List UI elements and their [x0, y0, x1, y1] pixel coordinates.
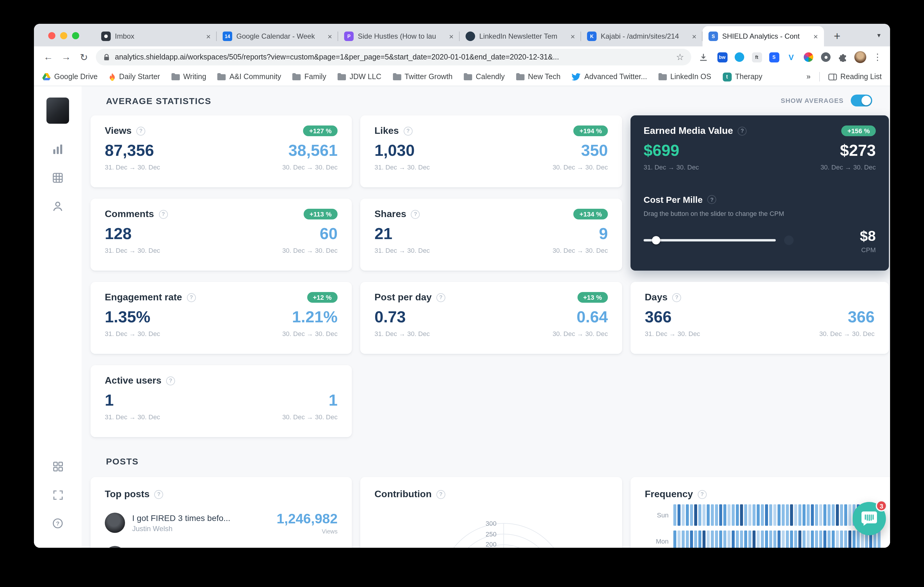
browser-tab-google-calendar[interactable]: 14 Google Calendar - Week ×	[217, 26, 338, 46]
apps-grid-icon[interactable]	[46, 455, 69, 478]
date-range-average: 30. Dec → 30. Dec	[819, 330, 874, 337]
folder-icon	[393, 73, 401, 80]
tab-strip: Imbox × 14 Google Calendar - Week × P Si…	[34, 24, 890, 46]
bookmark-writing[interactable]: Writing	[171, 72, 206, 81]
new-tab-button[interactable]: +	[829, 28, 845, 44]
blue-circle-extension-icon[interactable]	[733, 51, 746, 64]
tab-close-icon[interactable]: ×	[811, 32, 820, 41]
tooltip-help-icon[interactable]: ?	[436, 490, 446, 499]
tab-label: SHIELD Analytics - Cont	[722, 32, 807, 40]
pinwheel-extension-icon[interactable]	[802, 51, 815, 64]
bookmark-daily-starter[interactable]: Daily Starter	[109, 72, 160, 81]
fullscreen-expand-icon[interactable]	[46, 483, 69, 506]
cpm-slider-handle[interactable]	[652, 236, 660, 245]
download-icon[interactable]	[695, 49, 711, 66]
tooltip-help-icon[interactable]: ?	[672, 293, 681, 302]
tooltip-help-icon[interactable]: ?	[436, 293, 446, 302]
profile-avatar[interactable]	[854, 51, 867, 64]
notification-badge: 3	[876, 500, 887, 511]
profile-nav-icon[interactable]	[46, 195, 69, 218]
date-range: 31. Dec → 30. Dec	[645, 330, 700, 337]
tooltip-help-icon[interactable]: ?	[155, 490, 163, 499]
tab-label: LinkedIn Newsletter Tem	[479, 32, 564, 40]
minimize-window-button[interactable]	[60, 32, 67, 39]
tab-close-icon[interactable]: ×	[204, 32, 213, 41]
help-icon[interactable]: ?	[46, 512, 69, 534]
tooltip-help-icon[interactable]: ?	[166, 376, 175, 385]
tooltip-help-icon[interactable]: ?	[158, 210, 168, 219]
tooltip-help-icon[interactable]: ?	[136, 127, 145, 135]
zoom-window-button[interactable]	[72, 32, 79, 39]
tooltip-help-icon[interactable]: ?	[698, 490, 707, 499]
back-icon[interactable]: ←	[40, 49, 56, 66]
google-drive-icon	[42, 73, 51, 80]
change-badge: +127 %	[304, 125, 338, 136]
forward-icon[interactable]: →	[58, 49, 74, 66]
tooltip-help-icon[interactable]: ?	[738, 127, 747, 135]
reload-icon[interactable]: ↻	[76, 49, 92, 66]
top-post-row[interactable]: 993,733	[105, 546, 338, 548]
table-nav-icon[interactable]	[46, 166, 69, 189]
workspace-avatar[interactable]	[46, 97, 69, 124]
bookmark-therapy[interactable]: t Therapy	[723, 72, 762, 81]
ft-extension-icon[interactable]: ft	[750, 51, 763, 64]
close-window-button[interactable]	[48, 32, 55, 39]
bookmarks-overflow-chevron[interactable]: »	[807, 72, 810, 81]
tooltip-help-icon[interactable]: ?	[404, 127, 412, 135]
cpm-unit: CPM	[860, 246, 876, 253]
gray-circle-extension-icon[interactable]	[819, 51, 832, 64]
posts-section-header: POSTS	[106, 456, 889, 467]
cpm-slider[interactable]	[644, 239, 776, 242]
browser-tab-imbox[interactable]: Imbox ×	[95, 26, 217, 46]
bitwarden-extension-icon[interactable]: bw	[716, 51, 729, 64]
tooltip-help-icon[interactable]: ?	[187, 293, 196, 302]
tab-close-icon[interactable]: ×	[568, 32, 578, 41]
radar-tick-label: 250	[485, 531, 497, 538]
show-averages-toggle[interactable]	[851, 95, 872, 107]
folder-icon	[338, 73, 346, 80]
bookmark-star-icon[interactable]: ☆	[676, 52, 684, 62]
tooltip-help-icon[interactable]: ?	[707, 195, 716, 204]
bookmark-linkedin-os[interactable]: LinkedIn OS	[658, 72, 711, 81]
browser-tab-kajabi[interactable]: K Kajabi - /admin/sites/214 ×	[581, 26, 703, 46]
tab-close-icon[interactable]: ×	[690, 32, 699, 41]
bookmark-family[interactable]: Family	[293, 72, 327, 81]
tab-close-icon[interactable]: ×	[447, 32, 456, 41]
tab-close-icon[interactable]: ×	[325, 32, 335, 41]
bookmark-google-drive[interactable]: Google Drive	[42, 72, 97, 81]
bookmark-ai-community[interactable]: A&I Community	[218, 72, 281, 81]
bookmark-twitter-growth[interactable]: Twitter Growth	[393, 72, 452, 81]
card-title: Contribution	[375, 489, 432, 500]
bookmark-calendly[interactable]: Calendly	[464, 72, 505, 81]
extensions-puzzle-icon[interactable]	[837, 51, 850, 64]
chrome-menu-icon[interactable]: ⋮	[871, 51, 884, 64]
browser-tab-shield-analytics-active[interactable]: S SHIELD Analytics - Cont ×	[703, 26, 824, 46]
change-badge: +134 %	[574, 209, 608, 219]
bar-chart-nav-icon[interactable]	[46, 138, 69, 161]
cpm-slider-ghost-dot	[784, 235, 794, 245]
reading-list-button[interactable]: Reading List	[828, 72, 882, 81]
address-bar[interactable]: analytics.shieldapp.ai/workspaces/505/re…	[96, 49, 691, 66]
frequency-row-sun: Sun	[645, 504, 881, 526]
browser-tab-linkedin-newsletter[interactable]: LinkedIn Newsletter Tem ×	[460, 26, 581, 46]
tab-search-chevron-icon[interactable]: ▾	[877, 31, 881, 39]
intercom-chat-button[interactable]: 3	[853, 502, 886, 535]
bookmark-new-tech[interactable]: New Tech	[516, 72, 561, 81]
bookmark-label: Family	[305, 72, 327, 81]
show-averages-label: SHOW AVERAGES	[781, 97, 844, 104]
bookmarks-bar: Google Drive Daily Starter Writing A&I C…	[34, 68, 890, 86]
stat-value: 21	[375, 225, 392, 243]
date-range: 31. Dec → 30. Dec	[105, 413, 160, 421]
vimeo-extension-icon[interactable]: V	[785, 51, 798, 64]
date-range-average: 30. Dec → 30. Dec	[282, 247, 338, 254]
bookmark-advanced-twitter[interactable]: Advanced Twitter...	[572, 72, 647, 81]
flame-icon	[109, 73, 116, 81]
shield-extension-icon[interactable]: S	[767, 51, 780, 64]
tooltip-help-icon[interactable]: ?	[411, 210, 420, 219]
bookmark-jdw-llc[interactable]: JDW LLC	[338, 72, 381, 81]
kajabi-favicon: K	[587, 31, 597, 41]
top-post-row[interactable]: I got FIRED 3 times befo... Justin Welsh…	[105, 511, 338, 534]
date-range: 31. Dec → 30. Dec	[375, 164, 430, 171]
browser-tab-side-hustles[interactable]: P Side Hustles (How to lau ×	[338, 26, 460, 46]
date-range: 31. Dec → 30. Dec	[644, 164, 699, 171]
